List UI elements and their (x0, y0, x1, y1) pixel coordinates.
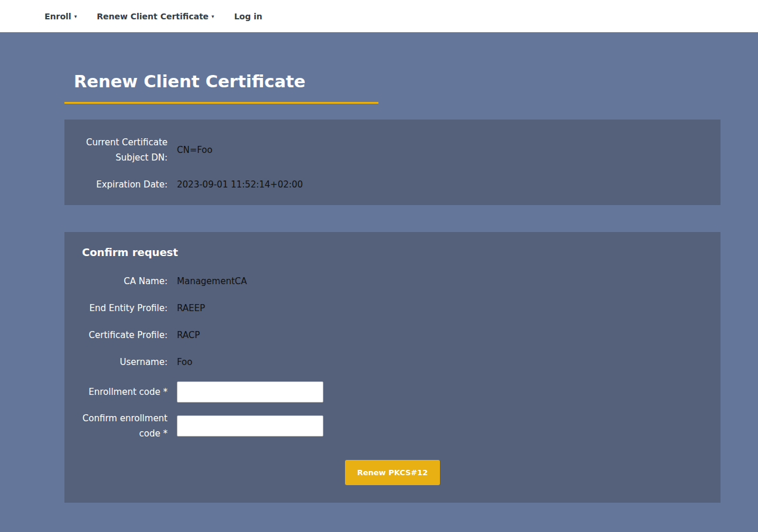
nav-item-renew-client-certificate[interactable]: Renew Client Certificate ▾ (97, 12, 214, 21)
field-label: Enrollment code * (78, 384, 168, 400)
title-block: Renew Client Certificate (64, 72, 378, 104)
renew-pkcs12-button[interactable]: Renew PKCS#12 (345, 460, 441, 485)
field-label: Confirm enrollment code * (78, 411, 168, 441)
field-value: RACP (177, 330, 200, 340)
field-value: Foo (177, 357, 192, 367)
field-row-ca-name: CA Name: ManagementCA (78, 274, 706, 289)
field-label: CA Name: (78, 274, 168, 289)
field-row-expiration-date: Expiration Date: 2023-09-01 11:52:14+02:… (78, 177, 706, 192)
nav-item-login-label: Log in (234, 12, 262, 21)
chevron-down-icon: ▾ (211, 13, 214, 19)
current-certificate-panel: Current Certificate Subject DN: CN=Foo E… (64, 120, 721, 205)
main-content: Renew Client Certificate Current Certifi… (64, 32, 721, 503)
field-label: Certificate Profile: (78, 328, 168, 343)
field-row-confirm-enrollment-code: Confirm enrollment code * (78, 411, 706, 441)
field-row-end-entity-profile: End Entity Profile: RAEEP (78, 301, 706, 316)
field-value: 2023-09-01 11:52:14+02:00 (177, 179, 303, 190)
nav-item-enroll[interactable]: Enroll ▾ (45, 12, 77, 21)
enrollment-code-input[interactable] (177, 381, 323, 403)
field-value: ManagementCA (177, 276, 247, 287)
field-label: End Entity Profile: (78, 301, 168, 316)
nav-item-log-in[interactable]: Log in (234, 12, 262, 21)
page-title: Renew Client Certificate (74, 72, 378, 91)
field-row-username: Username: Foo (78, 354, 706, 370)
confirm-request-heading: Confirm request (78, 246, 706, 258)
field-value: CN=Foo (177, 145, 213, 155)
field-row-certificate-profile: Certificate Profile: RACP (78, 328, 706, 343)
field-label: Expiration Date: (78, 177, 168, 192)
confirm-request-panel: Confirm request CA Name: ManagementCA En… (64, 232, 721, 503)
field-row-enrollment-code: Enrollment code * (78, 381, 706, 403)
field-label: Username: (78, 354, 168, 370)
nav-item-renew-label: Renew Client Certificate (97, 12, 209, 21)
field-label: Current Certificate Subject DN: (78, 135, 168, 165)
chevron-down-icon: ▾ (74, 13, 77, 19)
nav-item-enroll-label: Enroll (45, 12, 71, 21)
confirm-enrollment-code-input[interactable] (177, 415, 323, 436)
field-value: RAEEP (177, 303, 205, 313)
field-row-subject-dn: Current Certificate Subject DN: CN=Foo (78, 135, 706, 165)
top-nav: Enroll ▾ Renew Client Certificate ▾ Log … (0, 0, 758, 32)
